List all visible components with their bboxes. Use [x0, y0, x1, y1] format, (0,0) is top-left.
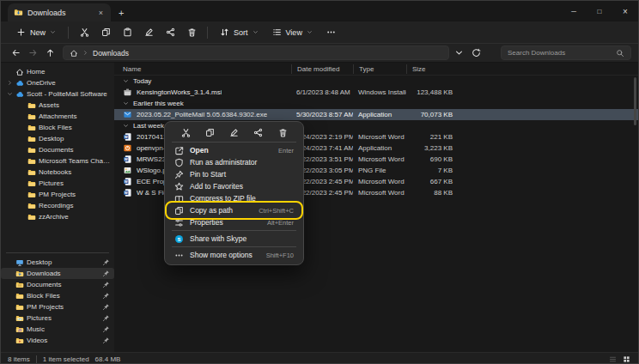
sidebar-item-label: zzArchive — [39, 213, 110, 221]
vertical-scrollbar[interactable] — [634, 77, 636, 125]
menu-item-show-more-options[interactable]: Show more optionsShift+F10 — [168, 249, 300, 261]
file-word-icon: W — [123, 177, 132, 186]
cut-icon[interactable] — [74, 24, 94, 41]
view-button-label: View — [286, 28, 302, 37]
rename-icon[interactable] — [226, 126, 243, 139]
menu-item-properties[interactable]: PropertiesAlt+Enter — [168, 216, 300, 228]
delete-icon[interactable] — [181, 24, 202, 41]
skype-icon: S — [174, 234, 184, 244]
sidebar-item-pm-projects[interactable]: PM Projects — [1, 189, 114, 200]
copy-icon[interactable] — [201, 126, 218, 139]
copy-icon[interactable] — [95, 24, 116, 41]
sidebar-item-assets[interactable]: Assets — [1, 100, 114, 111]
sidebar-item-pictures[interactable]: Pictures — [1, 312, 114, 324]
maximize-button[interactable]: □ — [587, 1, 612, 21]
sidebar-item-documents[interactable]: Documents — [1, 144, 114, 155]
breadcrumb-location[interactable]: Downloads — [93, 49, 129, 58]
file-row-kensingtonworks-3-1-4-msi[interactable]: KensingtonWorks_3.1.4.msi6/1/2023 8:48 A… — [114, 87, 638, 98]
file-png-icon — [123, 166, 132, 175]
sidebar-item-onedrive[interactable]: OneDrive — [1, 77, 114, 88]
share-icon[interactable] — [250, 126, 267, 139]
menu-item-pin-to-start[interactable]: Pin to Start — [168, 168, 300, 180]
cut-icon[interactable] — [177, 126, 194, 139]
more-options-button[interactable] — [320, 24, 343, 41]
view-button[interactable]: View — [265, 24, 320, 41]
sidebar-item-desktop[interactable]: Desktop — [1, 133, 114, 144]
chevron-spacer — [19, 214, 25, 220]
svg-text:S: S — [178, 236, 181, 241]
sidebar-item-pm-projects[interactable]: PM Projects — [1, 301, 114, 312]
star-icon — [174, 182, 184, 191]
sidebar-item-desktop[interactable]: Desktop — [1, 257, 114, 268]
home-icon[interactable] — [70, 49, 78, 58]
address-dropdown-button[interactable] — [451, 46, 466, 61]
search-input[interactable] — [508, 49, 612, 57]
folder-icon — [27, 179, 36, 188]
chevron-spacer — [7, 326, 13, 332]
sidebar-item-attachments[interactable]: Attachments — [1, 111, 114, 122]
file-size: 7 KB — [406, 167, 461, 174]
sidebar-item-scott-politemail-software[interactable]: Scott - PoliteMail Software — [1, 88, 114, 100]
file-row-2023-05-22-politemail-5-05-6384-9302-exe[interactable]: 2023.05.22_PoliteMail 5.05.6384.9302.exe… — [114, 109, 638, 120]
chevron-spacer — [7, 69, 13, 75]
sidebar-item-block-files[interactable]: Block Files — [1, 122, 114, 133]
sidebar-item-downloads[interactable]: Downloads — [1, 268, 114, 279]
group-header-today[interactable]: Today — [114, 76, 638, 87]
column-header-type[interactable]: Type — [353, 64, 406, 74]
rename-icon[interactable] — [138, 24, 159, 41]
folder-icon — [27, 213, 36, 221]
column-header-size[interactable]: Size — [406, 64, 461, 74]
sidebar-item-block-files[interactable]: Block Files — [1, 290, 114, 301]
ellipsis-icon — [326, 27, 336, 37]
close-button[interactable]: × — [612, 1, 638, 21]
sidebar-item-music[interactable]: Music — [1, 324, 114, 335]
sidebar-item-label: Home — [27, 68, 110, 76]
cloud-icon — [15, 79, 24, 88]
tab-downloads[interactable]: Downloads × — [8, 3, 111, 21]
menu-item-copy-as-path[interactable]: Copy as pathCtrl+Shift+C — [168, 204, 300, 216]
menu-item-share-with-skype[interactable]: SShare with Skype — [168, 233, 300, 245]
large-icons-view-button[interactable] — [621, 355, 631, 364]
tab-close-icon[interactable]: × — [97, 9, 105, 17]
paste-icon[interactable] — [117, 24, 137, 41]
sidebar-item-recordings[interactable]: Recordings — [1, 200, 114, 211]
new-tab-button[interactable]: + — [119, 9, 124, 18]
file-date-modified: 6/1/2023 8:48 AM — [291, 88, 353, 96]
sidebar-item-pictures[interactable]: Pictures — [1, 178, 114, 189]
column-header-name[interactable]: Name — [114, 64, 291, 74]
refresh-button[interactable] — [468, 46, 484, 61]
file-explorer-window: Downloads × + ─ □ × New Sort View — [0, 0, 639, 364]
delete-icon[interactable] — [274, 126, 291, 139]
new-button[interactable]: New — [9, 24, 63, 41]
back-button[interactable] — [8, 46, 23, 61]
svg-text:W: W — [125, 157, 128, 161]
file-size: 3,223 KB — [406, 144, 461, 152]
sidebar-item-videos[interactable]: Videos — [1, 335, 114, 346]
chevron-spacer — [19, 169, 25, 175]
minimize-button[interactable]: ─ — [561, 1, 587, 21]
sidebar-item-zzarchive[interactable]: zzArchive — [1, 211, 114, 222]
menu-item-open[interactable]: OpenEnter — [168, 144, 300, 156]
column-header-date-modified[interactable]: Date modified — [291, 64, 353, 74]
folder-music-icon — [15, 325, 24, 334]
share-icon[interactable] — [160, 24, 180, 41]
downloads-folder-icon — [14, 8, 23, 17]
sidebar-item-home[interactable]: Home — [1, 66, 114, 77]
sidebar-item-label: Music — [27, 325, 100, 333]
sort-button[interactable]: Sort — [213, 24, 265, 41]
sidebar-item-documents[interactable]: Documents — [1, 279, 114, 290]
address-bar[interactable]: Downloads — [63, 46, 449, 60]
chevron-right-icon[interactable] — [7, 80, 13, 86]
up-button[interactable] — [42, 46, 58, 61]
forward-button[interactable] — [25, 46, 40, 61]
menu-item-run-as-administrator[interactable]: Run as administrator — [168, 156, 300, 168]
sidebar-item-microsoft-teams-chat-files[interactable]: Microsoft Teams Chat Files — [1, 155, 114, 167]
details-view-button[interactable] — [607, 355, 618, 364]
chevron-down-icon[interactable] — [7, 91, 13, 97]
menu-item-add-to-favorites[interactable]: Add to Favorites — [168, 180, 300, 192]
group-header-earlier-this-week[interactable]: Earlier this week — [114, 98, 638, 109]
sidebar-divider — [6, 252, 109, 253]
menu-item-compress-to-zip-file[interactable]: Compress to ZIP file — [168, 192, 300, 204]
sidebar-item-notebooks[interactable]: Notebooks — [1, 167, 114, 178]
menu-divider — [172, 230, 296, 231]
